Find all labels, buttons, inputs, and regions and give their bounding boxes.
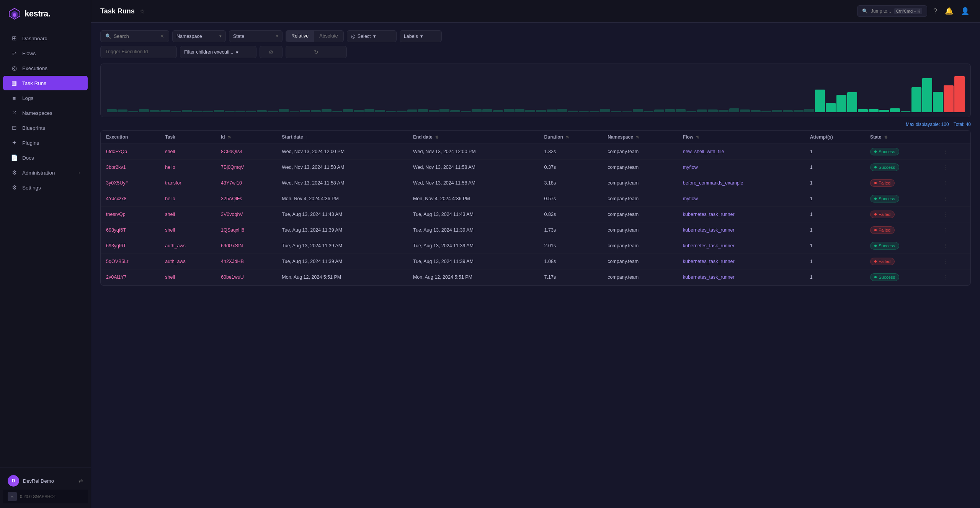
dashboard-icon: ⊞ [11, 35, 18, 42]
row-menu-button[interactable]: ⋮ [942, 148, 950, 155]
flow-link[interactable]: new_shell_with_file [683, 149, 724, 154]
id-link[interactable]: 60be1wuU [221, 274, 244, 280]
select-filter[interactable]: ◎ Select ▾ [347, 30, 397, 42]
table-row[interactable]: 4YJcxzx8 hello 325AQlFs Mon, Nov 4, 2024… [101, 191, 970, 207]
trigger-execution-id-input[interactable]: Trigger Execution Id [100, 46, 177, 58]
row-menu-button[interactable]: ⋮ [942, 179, 950, 187]
flow-link[interactable]: kubernetes_task_runner [683, 227, 735, 233]
table-row[interactable]: 6td0FxQp shell 8C9aQIs4 Wed, Nov 13, 202… [101, 144, 970, 160]
sidebar-item-administration[interactable]: ⚙ Administration › [3, 165, 88, 180]
row-menu-button[interactable]: ⋮ [942, 273, 950, 281]
th-flow[interactable]: Flow ⇅ [678, 131, 805, 144]
th-duration[interactable]: Duration ⇅ [539, 131, 603, 144]
sidebar-item-task-runs[interactable]: ▦ Task Runs [3, 76, 88, 90]
table-row[interactable]: 3y0X5UyF transfor 43Y7wl10 Wed, Nov 13, … [101, 175, 970, 191]
task-link[interactable]: shell [165, 149, 175, 154]
cell-duration: 0.82s [539, 207, 603, 222]
th-attempts[interactable]: Attempt(s) [805, 131, 865, 144]
row-menu-button[interactable]: ⋮ [942, 211, 950, 218]
id-link[interactable]: 4h2XJdHB [221, 259, 244, 264]
th-end-date[interactable]: End date ⇅ [408, 131, 539, 144]
row-menu-button[interactable]: ⋮ [942, 195, 950, 203]
task-link[interactable]: transfor [165, 180, 181, 186]
id-link[interactable]: 8C9aQIs4 [221, 149, 242, 154]
id-link[interactable]: 69dGxSfN [221, 243, 243, 248]
th-task[interactable]: Task [160, 131, 216, 144]
execution-link[interactable]: 6td0FxQp [106, 149, 127, 154]
task-link[interactable]: shell [165, 212, 175, 217]
collapse-sidebar-button[interactable]: « [8, 492, 17, 501]
execution-link[interactable]: 693yqf6T [106, 227, 126, 233]
sidebar-item-executions[interactable]: ◎ Executions [3, 61, 88, 75]
task-runs-table: Execution Task Id ⇅ Start date ↑ End dat… [100, 130, 971, 286]
disable-filter-button[interactable]: ⊘ [260, 46, 283, 58]
table-row[interactable]: 2v0Al1Y7 shell 60be1wuU Mon, Aug 12, 202… [101, 270, 970, 285]
id-link[interactable]: 43Y7wl10 [221, 180, 242, 186]
th-id[interactable]: Id ⇅ [216, 131, 276, 144]
namespace-filter[interactable]: Namespace ▾ [172, 30, 226, 42]
th-start-date[interactable]: Start date ↑ [276, 131, 408, 144]
relative-date-button[interactable]: Relative [286, 31, 314, 42]
sidebar-item-settings[interactable]: ⚙ Settings [3, 180, 88, 195]
sidebar-item-plugins[interactable]: ✦ Plugins [3, 136, 88, 150]
table-row[interactable]: tnesrvQp shell 3V0voqhV Tue, Aug 13, 202… [101, 207, 970, 222]
sidebar-item-dashboard[interactable]: ⊞ Dashboard [3, 31, 88, 46]
execution-link[interactable]: tnesrvQp [106, 212, 126, 217]
profile-icon[interactable]: 👤 [959, 5, 971, 17]
row-menu-button[interactable]: ⋮ [942, 163, 950, 171]
notifications-icon[interactable]: 🔔 [943, 5, 955, 17]
flow-link[interactable]: kubernetes_task_runner [683, 212, 735, 217]
task-link[interactable]: hello [165, 196, 175, 201]
sidebar-item-logs[interactable]: ≡ Logs [3, 91, 88, 105]
th-execution[interactable]: Execution [101, 131, 160, 144]
row-menu-button[interactable]: ⋮ [942, 226, 950, 234]
row-menu-button[interactable]: ⋮ [942, 242, 950, 250]
logo[interactable]: kestra. [0, 0, 91, 28]
state-filter[interactable]: State ▾ [229, 30, 283, 42]
flow-link[interactable]: kubernetes_task_runner [683, 259, 735, 264]
favorite-button[interactable]: ☆ [139, 8, 145, 15]
execution-link[interactable]: 4YJcxzx8 [106, 196, 127, 201]
id-link[interactable]: 325AQlFs [221, 196, 242, 201]
flow-link[interactable]: before_commands_example [683, 180, 743, 186]
flow-link[interactable]: myflow [683, 196, 698, 201]
task-link[interactable]: shell [165, 227, 175, 233]
chart-bar [590, 111, 599, 112]
user-area[interactable]: D DevRel Demo ⇄ [3, 472, 88, 490]
execution-link[interactable]: 5qOVB5Lr [106, 259, 128, 264]
jump-to-button[interactable]: 🔍 Jump to... Ctrl/Cmd + K [857, 5, 927, 17]
absolute-date-button[interactable]: Absolute [314, 31, 343, 42]
row-menu-button[interactable]: ⋮ [942, 258, 950, 265]
sidebar-item-flows[interactable]: ⇌ Flows [3, 46, 88, 60]
flow-link[interactable]: kubernetes_task_runner [683, 274, 735, 280]
table-row[interactable]: 693yqf6T shell 1QSaqxH8 Tue, Aug 13, 202… [101, 222, 970, 238]
sidebar-item-blueprints[interactable]: ⊟ Blueprints [3, 121, 88, 135]
sidebar-item-docs[interactable]: 📄 Docs [3, 150, 88, 165]
filter-children-executions[interactable]: Filter children executi... ▾ [180, 46, 256, 58]
th-state[interactable]: State ⇅ [865, 131, 936, 144]
task-link[interactable]: shell [165, 274, 175, 280]
table-row[interactable]: 5qOVB5Lr auth_aws 4h2XJdHB Tue, Aug 13, … [101, 254, 970, 270]
table-row[interactable]: 3bbr2kv1 hello 7Bj0QmqV Wed, Nov 13, 202… [101, 160, 970, 175]
execution-link[interactable]: 2v0Al1Y7 [106, 274, 127, 280]
execution-link[interactable]: 3y0X5UyF [106, 180, 128, 186]
help-icon[interactable]: ? [932, 6, 939, 17]
chart-bar [439, 109, 449, 112]
task-link[interactable]: auth_aws [165, 243, 186, 248]
sidebar-item-namespaces[interactable]: ⁙ Namespaces [3, 106, 88, 120]
cell-menu: ⋮ [936, 191, 970, 207]
execution-link[interactable]: 693yqf6T [106, 243, 126, 248]
refresh-button[interactable]: ↻ [286, 46, 347, 58]
flow-link[interactable]: kubernetes_task_runner [683, 243, 735, 248]
th-namespace[interactable]: Namespace ⇅ [602, 131, 678, 144]
flow-link[interactable]: myflow [683, 165, 698, 170]
task-link[interactable]: auth_aws [165, 259, 186, 264]
id-link[interactable]: 3V0voqhV [221, 212, 243, 217]
id-link[interactable]: 7Bj0QmqV [221, 165, 244, 170]
id-link[interactable]: 1QSaqxH8 [221, 227, 244, 233]
table-row[interactable]: 693yqf6T auth_aws 69dGxSfN Tue, Aug 13, … [101, 238, 970, 254]
execution-link[interactable]: 3bbr2kv1 [106, 165, 126, 170]
search-input[interactable]: 🔍 Search ✕ [100, 30, 169, 42]
labels-filter[interactable]: Labels ▾ [400, 30, 442, 42]
task-link[interactable]: hello [165, 165, 175, 170]
